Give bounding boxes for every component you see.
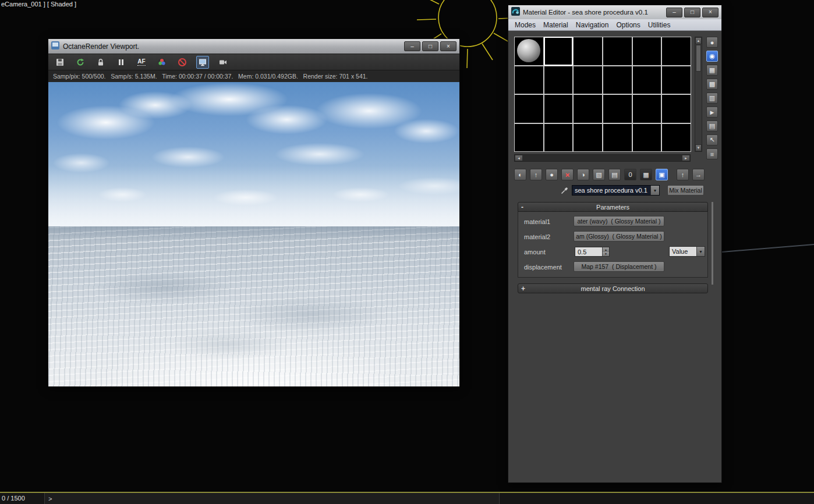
material1-row: material1 ater (wavy) ( Glossy Material … xyxy=(518,215,707,230)
slots-vertical-scrollbar[interactable]: ▲ ▼ xyxy=(695,37,702,152)
lock-thumbnail-icon[interactable] xyxy=(94,56,107,69)
assign-material-to-selection-icon[interactable]: ● xyxy=(546,169,558,180)
material-slot[interactable] xyxy=(514,66,544,95)
scene-horizon-line xyxy=(722,241,814,256)
material-id-channel-icon[interactable]: 0 xyxy=(624,169,636,180)
material-slot[interactable] xyxy=(632,66,662,95)
material-map-navigator-icon[interactable]: ≡ xyxy=(706,148,718,159)
material-slot[interactable] xyxy=(514,123,544,152)
parameters-rollout-header[interactable]: - Parameters xyxy=(518,202,708,212)
show-end-result-icon[interactable]: ▣ xyxy=(656,169,668,180)
scroll-left-icon[interactable]: ◄ xyxy=(515,155,523,161)
rollout-scrollbar[interactable] xyxy=(712,202,713,285)
show-map-in-viewport-icon[interactable]: ▦ xyxy=(640,169,652,180)
material-slot[interactable] xyxy=(603,66,632,95)
display-mode-icon[interactable] xyxy=(196,56,209,69)
pick-material-eyedropper-icon[interactable] xyxy=(560,186,569,197)
make-preview-icon[interactable]: ► xyxy=(706,107,718,118)
material2-button[interactable]: am (Glossy) ( Glossy Material ) xyxy=(574,231,664,242)
video-color-check-icon[interactable]: ▥ xyxy=(706,93,718,104)
material-slot[interactable] xyxy=(573,94,603,123)
scroll-right-icon[interactable]: ► xyxy=(682,155,690,161)
spinner-up-icon[interactable]: ▲ xyxy=(602,247,609,252)
horizontal-scroll-track[interactable] xyxy=(523,155,682,161)
material2-row: material2 am (Glossy) ( Glossy Material … xyxy=(518,230,707,245)
get-material-icon[interactable]: ◐ xyxy=(514,169,526,180)
slots-horizontal-scrollbar[interactable]: ◄ ► xyxy=(514,154,691,162)
material-slot-1[interactable] xyxy=(514,37,544,66)
put-to-library-icon[interactable]: ▤ xyxy=(608,169,621,180)
material-slot[interactable] xyxy=(632,123,662,152)
octane-titlebar[interactable]: OctaneRender Viewport. – □ × xyxy=(48,39,459,54)
material-type-button[interactable]: Mix Material xyxy=(667,185,704,196)
material-slot[interactable] xyxy=(573,66,603,95)
material-name-dropdown[interactable]: sea shore procedura v0.1 ▼ xyxy=(572,185,660,196)
material-slot[interactable] xyxy=(661,66,691,95)
octane-minimize-button[interactable]: – xyxy=(404,41,420,51)
menu-options[interactable]: Options xyxy=(616,21,640,29)
amount-spinner[interactable]: ▲ ▼ xyxy=(602,247,609,256)
menu-material[interactable]: Material xyxy=(543,21,568,29)
material-slot[interactable] xyxy=(632,37,662,66)
material-slot[interactable] xyxy=(603,37,632,66)
material-slot[interactable] xyxy=(632,94,662,123)
viewport-shading-label[interactable]: eCamera_001 ] [ Shaded ] xyxy=(1,1,76,8)
make-material-copy-icon[interactable]: ◑ xyxy=(577,169,589,180)
camera-export-icon[interactable] xyxy=(217,56,229,69)
select-by-material-icon[interactable]: ↖ xyxy=(706,134,718,145)
scroll-up-icon[interactable]: ▲ xyxy=(695,37,702,44)
material-slot[interactable] xyxy=(544,123,574,152)
material-slot[interactable] xyxy=(573,37,603,66)
scroll-down-icon[interactable]: ▼ xyxy=(695,144,702,151)
material-slot[interactable] xyxy=(661,37,691,66)
stop-render-icon[interactable] xyxy=(176,56,189,69)
mat-maximize-button[interactable]: □ xyxy=(684,8,700,17)
amount-input[interactable]: 0.5 ▲ ▼ xyxy=(575,247,610,257)
material1-button[interactable]: ater (wavy) ( Glossy Material ) xyxy=(574,216,664,226)
amount-mode-dropdown[interactable]: Value ▼ xyxy=(669,246,705,257)
pause-render-icon[interactable] xyxy=(115,56,128,69)
material-slot[interactable] xyxy=(573,123,603,152)
vertical-scroll-thumb[interactable] xyxy=(696,45,701,72)
maxscript-mini-listener[interactable]: > xyxy=(44,493,500,504)
restart-render-icon[interactable] xyxy=(74,56,87,69)
menu-modes[interactable]: Modes xyxy=(515,21,536,29)
material-slot[interactable] xyxy=(661,94,691,123)
material-slot[interactable] xyxy=(603,123,632,152)
octane-maximize-button[interactable]: □ xyxy=(422,41,438,51)
color-wheel-icon[interactable] xyxy=(155,56,168,69)
material-slot[interactable] xyxy=(603,94,632,123)
sample-uv-tiling-icon[interactable]: ▩ xyxy=(706,79,718,90)
backlight-icon[interactable]: ◉ xyxy=(706,51,718,62)
material-editor-titlebar[interactable]: Material Editor - sea shore procedura v0… xyxy=(508,5,721,19)
menu-navigation[interactable]: Navigation xyxy=(576,21,609,29)
octane-close-button[interactable]: × xyxy=(440,41,456,51)
mental-ray-rollout-header[interactable]: + mental ray Connection xyxy=(518,283,708,293)
autofocus-icon[interactable]: AF xyxy=(135,56,148,69)
spinner-down-icon[interactable]: ▼ xyxy=(602,252,609,257)
amount-value: 0.5 xyxy=(575,249,602,255)
dropdown-arrow-icon[interactable]: ▼ xyxy=(650,186,659,195)
go-forward-to-sibling-icon[interactable]: → xyxy=(692,169,705,180)
material-slot-2-selected[interactable] xyxy=(544,37,574,66)
material-slot[interactable] xyxy=(514,94,544,123)
displacement-button[interactable]: Map #157 ( Displacement ) xyxy=(574,261,664,272)
mat-close-button[interactable]: × xyxy=(702,8,719,17)
go-to-parent-icon[interactable]: ↑ xyxy=(677,169,689,180)
mental-ray-rollout-title: mental ray Connection xyxy=(581,285,645,292)
menu-utilities[interactable]: Utilities xyxy=(648,21,671,29)
put-material-to-scene-icon[interactable]: ↑ xyxy=(530,169,542,180)
material-slot[interactable] xyxy=(544,94,574,123)
octane-toolbar: AF xyxy=(48,54,459,70)
dropdown-arrow-icon[interactable]: ▼ xyxy=(696,247,705,256)
make-unique-icon[interactable]: ▧ xyxy=(593,169,605,180)
material-slot[interactable] xyxy=(661,123,691,152)
max-viewport-background: eCamera_001 ] [ Shaded ] OctaneRender Vi… xyxy=(0,0,814,504)
mat-minimize-button[interactable]: – xyxy=(666,8,682,17)
save-render-icon[interactable] xyxy=(54,56,66,69)
background-icon[interactable]: ▦ xyxy=(706,65,718,76)
sample-type-sphere-icon[interactable]: ● xyxy=(706,37,718,48)
reset-map-icon[interactable]: × xyxy=(561,169,574,180)
material-editor-options-icon[interactable]: ▤ xyxy=(706,120,718,132)
material-slot[interactable] xyxy=(544,66,574,95)
